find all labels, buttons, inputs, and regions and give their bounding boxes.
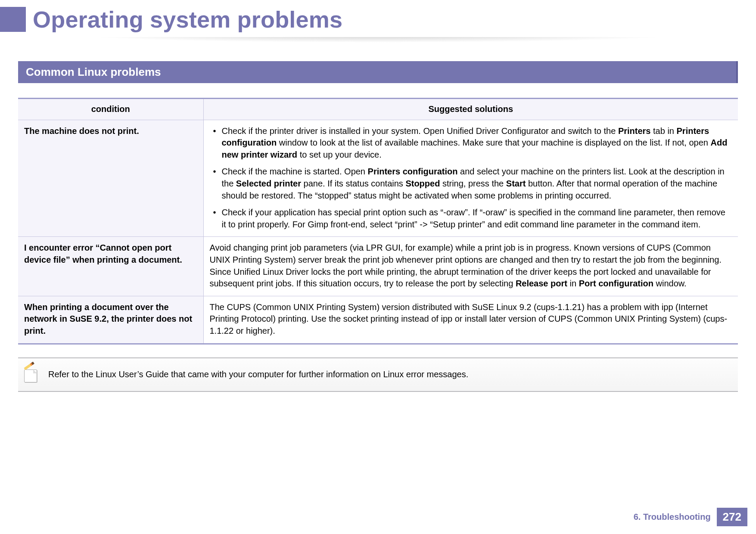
table-header-row: condition Suggested solutions bbox=[18, 99, 738, 120]
table-row: The machine does not print. Check if the… bbox=[18, 120, 738, 237]
col-header-solution: Suggested solutions bbox=[203, 99, 738, 120]
table-row: When printing a document over the networ… bbox=[18, 296, 738, 344]
note-callout: Refer to the Linux User’s Guide that cam… bbox=[18, 357, 738, 392]
troubleshooting-table: condition Suggested solutions The machin… bbox=[18, 98, 738, 345]
page-title: Operating system problems bbox=[26, 6, 342, 33]
chapter-label: 6. Troubleshooting bbox=[634, 512, 711, 522]
accent-block bbox=[0, 7, 26, 32]
cell-condition: When printing a document over the networ… bbox=[18, 296, 203, 344]
page-footer: 6. Troubleshooting 272 bbox=[634, 508, 747, 526]
troubleshooting-table-wrap: condition Suggested solutions The machin… bbox=[18, 98, 738, 345]
cell-condition: I encounter error “Cannot open port devi… bbox=[18, 237, 203, 296]
note-text: Refer to the Linux User’s Guide that cam… bbox=[48, 369, 468, 379]
note-icon bbox=[23, 367, 39, 382]
cell-solution: The CUPS (Common UNIX Printing System) v… bbox=[203, 296, 738, 344]
cell-solution: Avoid changing print job parameters (via… bbox=[203, 237, 738, 296]
section-heading: Common Linux problems bbox=[18, 61, 738, 83]
page-header: Operating system problems bbox=[0, 0, 756, 39]
content: Common Linux problems condition Suggeste… bbox=[0, 39, 756, 392]
page-number: 272 bbox=[717, 508, 747, 526]
col-header-condition: condition bbox=[18, 99, 203, 120]
cell-solution: Check if the printer driver is installed… bbox=[203, 120, 738, 237]
table-row: I encounter error “Cannot open port devi… bbox=[18, 237, 738, 296]
cell-condition: The machine does not print. bbox=[18, 120, 203, 237]
